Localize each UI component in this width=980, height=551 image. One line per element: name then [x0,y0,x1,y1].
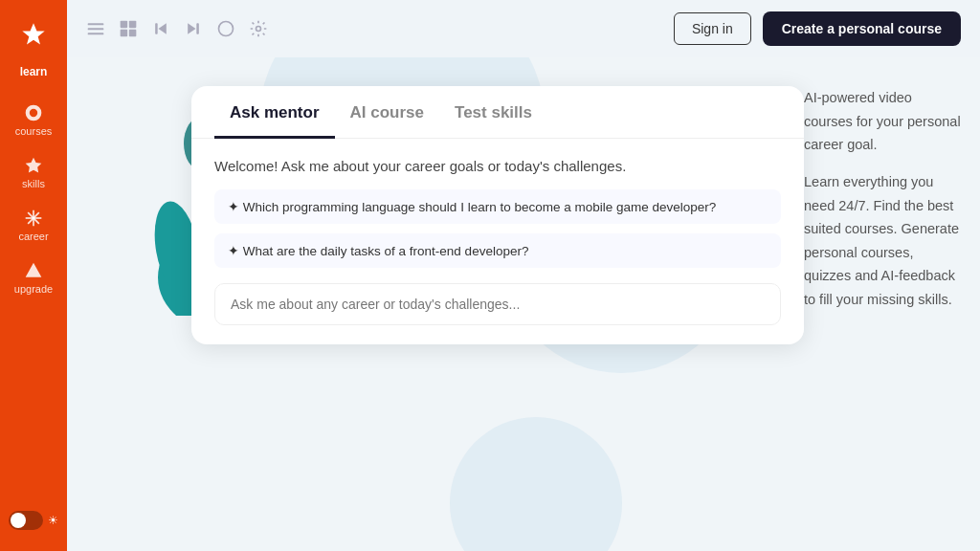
suggestion-1[interactable]: ✦ Which programming language should I le… [214,189,781,224]
chat-input[interactable] [231,297,765,312]
suggestion-2[interactable]: ✦ What are the daily tasks of a front-en… [214,233,781,268]
chat-input-area[interactable] [214,283,781,325]
topnav: Sign in Create a personal course [67,0,980,57]
content-area: Ask mentor AI course Test skills Welcome… [67,57,980,551]
svg-marker-18 [188,23,195,34]
right-para-1: AI-powered video courses for your person… [804,86,961,157]
svg-rect-11 [88,33,104,34]
create-course-button[interactable]: Create a personal course [763,11,961,46]
suggestion-2-text: ✦ What are the daily tasks of a front-en… [228,243,528,258]
svg-rect-17 [155,23,158,34]
upgrade-icon [24,261,43,280]
svg-marker-3 [26,158,42,173]
right-panel: AI-powered video courses for your person… [804,57,980,551]
svg-point-20 [219,22,234,36]
circle-icon[interactable] [216,19,235,38]
signin-button[interactable]: Sign in [674,12,751,45]
skills-label: skills [22,178,45,189]
career-icon [24,209,43,228]
main-content: Sign in Create a personal course [67,0,980,551]
upgrade-label: upgrade [14,283,53,295]
svg-rect-9 [88,23,104,25]
courses-label: courses [15,125,53,137]
right-description: AI-powered video courses for your person… [804,86,961,325]
svg-marker-16 [159,23,167,34]
career-label: career [18,231,48,242]
topnav-actions: Sign in Create a personal course [674,11,961,46]
svg-marker-0 [22,23,44,44]
logo-label: learn [20,65,48,78]
sun-icon: ☀ [48,514,58,527]
tab-ai-course[interactable]: AI course [335,86,439,139]
chat-tabs: Ask mentor AI course Test skills [191,86,804,139]
svg-rect-10 [88,28,104,30]
skip-back-icon[interactable] [151,19,170,38]
svg-rect-12 [121,21,128,29]
menu-icon[interactable] [86,19,105,38]
sidebar-item-skills[interactable]: skills [0,146,67,199]
courses-icon [24,103,43,122]
svg-rect-13 [129,21,137,29]
welcome-text: Welcome! Ask me about your career goals … [214,158,781,174]
svg-rect-19 [196,23,199,34]
sidebar-item-upgrade[interactable]: upgrade [0,252,67,304]
sidebar: learn courses skills career upgrade [0,0,67,551]
chat-card: Ask mentor AI course Test skills Welcome… [191,86,804,344]
settings-icon[interactable] [249,19,268,38]
suggestion-1-text: ✦ Which programming language should I le… [228,199,716,214]
svg-point-21 [256,27,261,32]
logo[interactable] [11,11,56,57]
grid-icon[interactable] [119,19,138,38]
skills-icon [24,156,43,175]
tab-test-skills[interactable]: Test skills [439,86,547,139]
chat-body: Welcome! Ask me about your career goals … [191,139,804,344]
svg-rect-15 [129,30,137,37]
svg-point-2 [30,109,37,117]
left-panel: Ask mentor AI course Test skills Welcome… [67,57,804,551]
right-para-2: Learn everything you need 24/7. Find the… [804,170,961,312]
svg-marker-8 [26,263,42,277]
logo-icon [20,21,47,48]
sidebar-item-courses[interactable]: courses [0,94,67,146]
svg-rect-14 [121,30,128,37]
topnav-icons [86,19,658,38]
sidebar-item-career[interactable]: career [0,199,67,252]
theme-toggle[interactable]: ☀ [9,511,58,530]
skip-forward-icon[interactable] [184,19,203,38]
tab-ask-mentor[interactable]: Ask mentor [214,86,335,139]
